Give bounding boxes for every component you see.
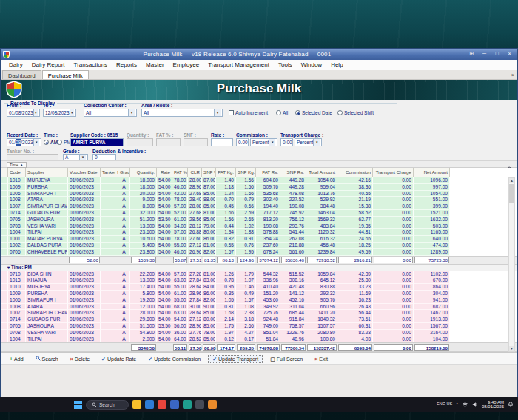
clock[interactable]: 9:40 AM 08/01/2025	[482, 400, 504, 410]
scroll-down-icon[interactable]: ▼	[509, 346, 514, 351]
table-row[interactable]: 1006SIMRAPUR I01/06/2023A19.20054.0055.0…	[1, 297, 517, 304]
column-header-supplier[interactable]: Supplier	[26, 168, 68, 177]
to-date-input[interactable]: 12/08/2023▾	[43, 109, 76, 117]
menu-item-window[interactable]: Window	[297, 61, 326, 68]
language-indicator[interactable]: ENG US	[437, 402, 452, 407]
column-header-net-amount[interactable]: Net Amount	[414, 168, 450, 177]
column-header-tanker-no[interactable]: Tanker No	[101, 168, 118, 177]
collection-center-select[interactable]: All▾	[84, 109, 137, 117]
start-button[interactable]	[74, 401, 82, 409]
taskbar-search[interactable]: Search	[86, 400, 129, 410]
maximize-button[interactable]: □	[491, 50, 502, 58]
calendar-dropdown-icon[interactable]: ▾	[33, 139, 39, 146]
calendar-dropdown-icon[interactable]: ▾	[33, 109, 38, 116]
full-screen-button[interactable]: ▢Full Screen	[266, 355, 307, 363]
menu-item-dairy-report[interactable]: Dairy Report	[27, 61, 70, 68]
column-header-grade[interactable]: Grade	[118, 168, 130, 177]
menu-item-reports[interactable]: Reports	[112, 61, 141, 68]
radio-selected-shift[interactable]: Selected Shift	[337, 110, 374, 115]
column-header-fat[interactable]: FAT %	[172, 168, 188, 177]
app-orange-icon[interactable]	[208, 400, 217, 409]
auto-increment-checkbox[interactable]: Auto Increment	[229, 110, 268, 115]
menu-item-tools[interactable]: Tools	[274, 61, 297, 68]
menu-item-transport-management[interactable]: Transport Management	[204, 61, 274, 68]
grade-select[interactable]: A▾	[63, 154, 88, 160]
column-header-snf-rs[interactable]: SNF Rs.	[280, 168, 306, 177]
table-row[interactable]: 1002BALDAS PURA01/06/2023A5.40054.0055.0…	[1, 243, 517, 249]
close-button[interactable]: ×	[504, 50, 515, 58]
column-header-rate[interactable]: Rate	[157, 168, 172, 177]
group-header-row[interactable]: ▾ Time: PM	[1, 265, 517, 271]
table-row[interactable]: 1004TILPAI01/06/2023A23.60054.0057.0026.…	[1, 229, 517, 236]
from-date-input[interactable]: 01/08/2023▾	[7, 109, 40, 117]
volume-icon[interactable]	[472, 402, 478, 407]
tray-chevron-icon[interactable]: ^	[456, 402, 458, 407]
update-commission-button[interactable]: ✓Update Commission	[144, 355, 205, 363]
table-row[interactable]: 1013KHAJUA01/06/2023A13.00054.0063.0027.…	[1, 277, 517, 284]
transport-charge-input[interactable]: 0.00	[280, 138, 293, 146]
delete-button[interactable]: ×Delete	[66, 355, 94, 363]
supplier-input[interactable]: AMRIT PURVA	[70, 138, 124, 146]
table-row[interactable]: 0708VESHA VARI01/06/2023A13.00054.0034.0…	[1, 223, 517, 230]
update-transport-button[interactable]: ✓Update Transport	[208, 355, 263, 363]
table-row[interactable]: 0708VESHA VARI01/06/2023A54.80054.0036.0…	[1, 330, 517, 336]
column-header-quantity[interactable]: Quantity.	[130, 168, 157, 177]
scroll-up-icon[interactable]: ▲	[509, 178, 514, 183]
menu-item-transactions[interactable]: Transactions	[70, 61, 112, 68]
rate-input[interactable]	[211, 138, 233, 146]
column-header-total-amount[interactable]: Total Amount	[306, 168, 337, 177]
table-row[interactable]: 1006SIMRAPUR I01/06/2023A20.00054.0042.0…	[1, 191, 517, 197]
column-header-code[interactable]: Code	[8, 168, 26, 177]
tab-close-icon[interactable]: ×	[511, 72, 514, 78]
add-button[interactable]: +Add	[5, 355, 28, 363]
update-rate-button[interactable]: ✓Update Rate	[97, 355, 141, 363]
vertical-scrollbar[interactable]: ▲ ▼	[508, 177, 515, 352]
scroll-thumb[interactable]	[509, 184, 514, 203]
layout-grid-icon[interactable]: ⊞	[466, 50, 477, 58]
group-by-time-chip[interactable]: Time ▲	[7, 162, 27, 168]
table-row[interactable]: 1009PURSHA01/06/2023A5.80054.0061.0028.9…	[1, 291, 517, 297]
menu-item-employee[interactable]: Employee	[169, 61, 204, 68]
column-header-fat-kg[interactable]: FAT Kg.	[216, 168, 236, 177]
commission-unit-select[interactable]: Percent▾	[250, 138, 278, 146]
table-row[interactable]: 0714GUDAOS PUR01/06/2023A32.00054.0052.0…	[1, 210, 517, 217]
menu-item-master[interactable]: Master	[141, 61, 168, 68]
table-row[interactable]: 1010MURJEYA01/06/2023A17.40054.0055.0028…	[1, 284, 517, 291]
table-row[interactable]: 1010MURJEYA01/06/2023A18.00054.0078.0028…	[1, 177, 517, 184]
column-header-fat-rs[interactable]: FAT Rs.	[256, 168, 280, 177]
deduction-incentive-input[interactable]: 0	[92, 154, 116, 160]
menu-item-help[interactable]: Help	[326, 61, 347, 68]
radio-selected-date[interactable]: Selected Date	[295, 110, 332, 115]
table-row[interactable]: 0706CHHAVEELE PURVA01/06/2023A23.80054.0…	[1, 249, 517, 256]
table-row[interactable]: 1009PURSHA01/06/2023A18.00054.0046.0028.…	[1, 184, 517, 191]
exit-button[interactable]: ×Exit	[310, 355, 332, 363]
tab-purchase-milk[interactable]: Purchase Milk	[42, 70, 89, 79]
table-row[interactable]: 0705JASHOURA01/06/2023A51.50053.5056.002…	[1, 323, 517, 330]
table-row[interactable]: 1001MADAR PURVA01/06/2023A10.60054.0078.…	[1, 236, 517, 243]
radio-pm[interactable]: PM	[57, 140, 71, 145]
area-route-select[interactable]: All▾	[141, 109, 223, 117]
file-explorer-icon[interactable]	[132, 400, 141, 409]
app-blue-icon[interactable]	[170, 400, 179, 409]
app-teal-icon[interactable]	[183, 400, 192, 409]
notification-bell-icon[interactable]	[508, 402, 514, 407]
edge-browser-icon[interactable]	[145, 400, 154, 409]
wifi-icon[interactable]	[462, 402, 468, 407]
column-header-transport-charge[interactable]: Transport Charge	[373, 168, 414, 177]
table-row[interactable]: 0714GUDAOS PUR01/06/2023A29.80054.0054.0…	[1, 316, 517, 323]
radio-am[interactable]: AM	[44, 140, 58, 145]
calendar-dropdown-icon[interactable]: ▾	[70, 109, 74, 116]
minimize-button[interactable]: ─	[479, 50, 490, 58]
commission-input[interactable]: 0.00	[236, 138, 249, 146]
column-header-commission[interactable]: Commission	[337, 168, 373, 177]
table-row[interactable]: 1008ATARA01/06/2023A12.00054.0068.0030.0…	[1, 304, 517, 311]
table-row[interactable]: 1007SIMRAPUR CHAWKI01/06/2023A28.10054.0…	[1, 310, 517, 316]
record-date-input[interactable]: 01/08/2023 ▾	[7, 138, 41, 146]
app-dark-icon[interactable]	[195, 400, 204, 409]
transport-unit-select[interactable]: Percent▾	[295, 138, 322, 146]
table-row[interactable]: 1008ATARA01/06/2023A9.00054.0078.0028.40…	[1, 197, 517, 203]
table-row[interactable]: 0710BIDA SHIN01/06/2023A22.20054.0057.00…	[1, 271, 517, 278]
table-row[interactable]: 1007SIMRAPUR CHAWKI01/06/2023A8.00054.00…	[1, 203, 517, 210]
radio-all[interactable]: All	[276, 110, 288, 115]
column-header-snf-kg[interactable]: SNF Kg.	[236, 168, 256, 177]
